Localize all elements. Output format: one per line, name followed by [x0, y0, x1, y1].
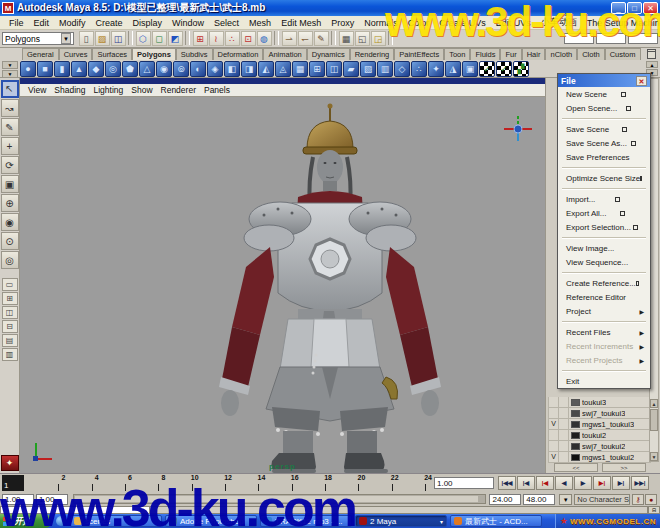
option-box-icon[interactable] [640, 176, 642, 181]
file-menu-item[interactable]: Save Scene As... ▶ [558, 136, 650, 150]
scroll-down-icon[interactable]: ▼ [650, 452, 658, 461]
panel-menu-item[interactable]: Shading [50, 85, 89, 95]
character-set-field[interactable]: No Character S [574, 494, 630, 505]
bevel-icon[interactable]: ◇ [394, 61, 410, 77]
file-menu-item[interactable]: Project ▶ [558, 304, 650, 318]
timeline-tick[interactable]: 24 [393, 474, 426, 492]
menu-item[interactable]: Create [91, 18, 128, 28]
panel-menu-item[interactable]: Renderer [157, 85, 200, 95]
shelf-tab[interactable]: Custom [605, 48, 641, 60]
poly-cone-icon[interactable]: ▲ [71, 61, 87, 77]
script-editor-icon[interactable]: ⊟ [648, 506, 660, 514]
layer-type-cell[interactable] [559, 397, 569, 407]
go-to-end-button[interactable]: ▶▶| [631, 476, 649, 490]
menu-item[interactable]: Display [128, 18, 168, 28]
option-box-icon[interactable] [620, 211, 625, 216]
rotate-tool-icon[interactable]: ⟳ [1, 156, 19, 174]
select-object-icon[interactable]: ◻ [152, 31, 167, 46]
layer-color-swatch[interactable] [571, 454, 580, 461]
shelf-tab[interactable]: Fluids [470, 48, 500, 60]
layer-visibility-toggle[interactable] [549, 408, 559, 418]
layer-type-cell[interactable] [559, 441, 569, 451]
layer-color-swatch[interactable] [571, 443, 580, 450]
animation-end-field[interactable]: 48.00 [523, 494, 555, 505]
taskbar-task-button[interactable]: 最新武士 - ACD... ▾ [450, 515, 542, 527]
file-menu-item[interactable]: Save Scene ▶ [558, 122, 650, 136]
status-icon[interactable] [331, 31, 336, 45]
open-scene-icon[interactable]: ▨ [95, 31, 110, 46]
shelf-tab[interactable]: Dynamics [307, 48, 350, 60]
merge-vertices-icon[interactable]: ∴ [411, 61, 427, 77]
poly-platonic-icon[interactable]: ◈ [207, 61, 223, 77]
bridge-icon[interactable]: ◫ [326, 61, 342, 77]
file-menu-item[interactable]: View Sequence... ▶ [558, 255, 650, 269]
select-component-icon[interactable]: ◩ [168, 31, 183, 46]
lasso-tool-icon[interactable]: ↝ [1, 99, 19, 117]
panel-menu-item[interactable]: Lighting [89, 85, 127, 95]
file-menu-item[interactable]: ▶ [558, 115, 650, 122]
file-menu-item[interactable]: ▶ [558, 164, 650, 171]
warrior-model[interactable] [20, 97, 545, 473]
close-icon[interactable]: ✕ [636, 76, 647, 86]
poly-torus-icon[interactable]: ◎ [105, 61, 121, 77]
extract-icon[interactable]: ◭ [258, 61, 274, 77]
texture-checker-icon[interactable]: ✓ [496, 61, 512, 77]
save-scene-icon[interactable]: ◫ [111, 31, 126, 46]
layer-visibility-toggle[interactable]: V [549, 452, 559, 462]
poly-sphere-icon[interactable]: ● [20, 61, 36, 77]
file-menu-item[interactable]: ▶ [558, 318, 650, 325]
layer-type-cell[interactable] [559, 452, 569, 462]
shelf-tab-switcher[interactable]: ▼▼ [2, 61, 18, 77]
scale-tool-icon[interactable]: ▣ [1, 175, 19, 193]
layer-type-cell[interactable] [559, 419, 569, 429]
output-connections-icon[interactable]: ↽ [298, 31, 313, 46]
layer-color-swatch[interactable] [571, 421, 580, 428]
snap-grid-icon[interactable]: ⊞ [193, 31, 208, 46]
shelf-tab[interactable]: Animation [263, 48, 306, 60]
extrude-icon[interactable]: ⊞ [309, 61, 325, 77]
option-box-icon[interactable] [631, 141, 636, 146]
poly-pyramid-icon[interactable]: △ [139, 61, 155, 77]
sculpt-geometry-icon[interactable]: ◮ [445, 61, 461, 77]
poly-cube-icon[interactable]: ■ [37, 61, 53, 77]
trash-icon[interactable] [647, 49, 656, 59]
layer-type-cell[interactable] [559, 430, 569, 440]
current-time-field[interactable]: 1.00 [434, 477, 494, 489]
snap-view-plane-icon[interactable]: ⊡ [241, 31, 256, 46]
play-backwards-button[interactable]: ◀ [555, 476, 573, 490]
toukui2[interactable]: toukui2 [548, 430, 651, 441]
file-menu-item[interactable]: New Scene ▶ [558, 87, 650, 101]
panel-forward-button[interactable]: >> [602, 463, 646, 472]
swj7_toukui3[interactable]: swj7_toukui3 [548, 408, 651, 419]
status-icon[interactable] [274, 31, 279, 45]
append-polygon-icon[interactable]: ▰ [343, 61, 359, 77]
poly-plane-icon[interactable]: ◆ [88, 61, 104, 77]
file-menu-item[interactable]: Recent Files ▶ [558, 325, 650, 339]
shelf-tab[interactable]: Polygons [132, 48, 176, 60]
step-forward-frame-button[interactable]: ▶| [612, 476, 630, 490]
normals-icon[interactable]: ✦ [428, 61, 444, 77]
menu-item[interactable]: Proxy [326, 18, 359, 28]
option-box-icon[interactable] [615, 197, 620, 202]
layer-color-swatch[interactable] [571, 432, 580, 439]
shelf-tab[interactable]: Rendering [350, 48, 395, 60]
layer-visibility-toggle[interactable]: V [549, 419, 559, 429]
file-menu-item[interactable]: View Image... ▶ [558, 241, 650, 255]
menu-item[interactable]: Edit Mesh [276, 18, 326, 28]
timeline-tick[interactable]: 22 [359, 474, 392, 492]
select-tool-icon[interactable]: ↖ [1, 80, 19, 98]
shelf-tab[interactable]: Toon [444, 48, 470, 60]
new-scene-icon[interactable]: ▯ [79, 31, 94, 46]
file-menu-item[interactable]: Import... ▶ [558, 192, 650, 206]
play-forwards-button[interactable]: ▶ [574, 476, 592, 490]
layout-single-pane[interactable]: ▭ [2, 278, 18, 291]
option-box-icon[interactable] [622, 127, 627, 132]
chevron-down-icon[interactable]: ▾ [440, 518, 443, 525]
shelf-scroll-up-icon[interactable]: ▲ [646, 61, 658, 68]
step-forward-key-button[interactable]: ▶| [593, 476, 611, 490]
poly-helix-icon[interactable]: ⊚ [173, 61, 189, 77]
insert-edge-loop-icon[interactable]: ▥ [377, 61, 393, 77]
panel-back-button[interactable]: << [554, 463, 598, 472]
select-hierarchy-icon[interactable]: ⬡ [136, 31, 151, 46]
menu-item[interactable]: File [4, 18, 29, 28]
